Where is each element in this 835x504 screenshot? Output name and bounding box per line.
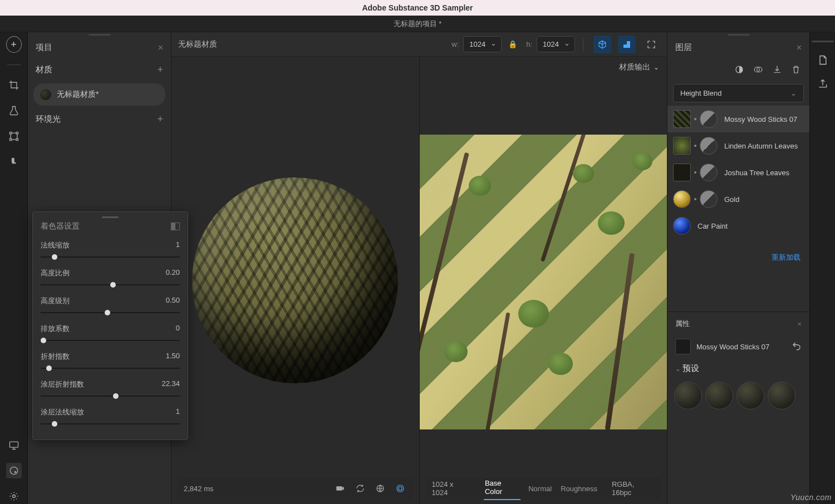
beaker-icon[interactable] (6, 103, 22, 118)
shader-param-value[interactable]: 1 (176, 240, 180, 250)
material-thumb-icon (40, 89, 51, 100)
shader-param-value[interactable]: 0.20 (166, 268, 180, 278)
close-icon[interactable]: × (158, 43, 163, 53)
texture-format: RGBA, 16bpc (612, 480, 655, 497)
refresh-icon[interactable] (353, 482, 367, 495)
contrast-icon[interactable] (734, 64, 745, 75)
display-icon[interactable] (6, 437, 22, 453)
layer-name: Gold (724, 195, 739, 204)
panel-grip[interactable] (667, 32, 809, 37)
texture-2d-preview (420, 135, 667, 429)
layer-blend-icon[interactable] (700, 190, 718, 208)
svg-point-6 (14, 471, 16, 473)
shader-param-row: 涂层法线缩放 1 (41, 404, 180, 427)
shader-param-slider[interactable] (41, 309, 180, 316)
shader-settings-icon[interactable] (6, 463, 22, 478)
layer-link-dot (694, 171, 696, 174)
trash-icon[interactable] (790, 64, 802, 75)
panel-layout-icon[interactable] (171, 223, 180, 230)
layer-row[interactable]: Car Paint (667, 213, 809, 239)
window-titlebar: Adobe Substance 3D Sampler (0, 0, 835, 16)
add-environment-button[interactable]: + (157, 113, 163, 125)
camera-icon[interactable] (333, 482, 347, 495)
layer-link-dot (694, 118, 696, 120)
view-3d-button[interactable] (593, 36, 611, 53)
viewport-2d-footer: 1024 x 1024 Base Color Normal Roughness … (425, 477, 662, 500)
preset-thumb[interactable] (736, 382, 764, 409)
shader-param-value[interactable]: 0 (176, 324, 180, 334)
material-item-label: 无标题材质* (57, 90, 99, 100)
close-icon[interactable]: × (797, 320, 802, 328)
layer-name: Mossy Wood Sticks 07 (724, 115, 797, 123)
share-icon[interactable] (816, 77, 829, 90)
presets-section[interactable]: 预设 (667, 358, 809, 379)
close-icon[interactable]: × (797, 43, 802, 53)
property-current-name: Mossy Wood Sticks 07 (696, 343, 769, 351)
svg-point-13 (399, 487, 402, 490)
shader-settings-panel: 着色器设置 法线缩放 1 高度比例 0.20 高度级别 0.50 排放系数 (32, 211, 188, 440)
width-select[interactable]: 1024 (463, 36, 502, 52)
shader-param-row: 高度级别 0.50 (41, 293, 180, 316)
layer-row[interactable]: Linden Autumn Leaves (667, 132, 809, 159)
layer-thumb-icon (673, 190, 691, 208)
shader-param-slider[interactable] (41, 421, 180, 427)
viewport-3d[interactable]: 2,842 ms (171, 57, 420, 504)
stamp-icon[interactable] (6, 154, 22, 170)
project-panel-title: 项目 (36, 42, 52, 53)
shader-param-slider[interactable] (41, 365, 180, 372)
undo-icon[interactable] (792, 341, 802, 353)
shader-param-value[interactable]: 22.34 (161, 379, 180, 389)
preset-thumb[interactable] (674, 382, 702, 409)
export-icon[interactable] (772, 64, 783, 75)
transform-icon[interactable] (6, 129, 22, 144)
layer-name: Car Paint (698, 222, 728, 230)
panel-grip[interactable] (41, 216, 180, 218)
shader-param-slider[interactable] (41, 254, 180, 260)
shader-param-slider[interactable] (41, 393, 180, 399)
globe-icon[interactable] (374, 482, 387, 495)
layer-blend-icon[interactable] (700, 110, 718, 128)
panel-grip[interactable] (28, 32, 171, 37)
tab-roughness[interactable]: Roughness (559, 482, 598, 495)
panel-grip[interactable] (812, 39, 834, 43)
layer-row[interactable]: Gold (667, 186, 809, 213)
layer-blend-icon[interactable] (700, 164, 718, 181)
fullscreen-button[interactable] (642, 36, 660, 53)
blend-mode-select[interactable]: Height Blend (673, 84, 804, 102)
shader-param-slider[interactable] (41, 281, 180, 288)
layer-row[interactable]: Joshua Tree Leaves (667, 159, 809, 186)
document-icon[interactable] (816, 53, 829, 67)
render-mode-icon[interactable] (394, 482, 407, 495)
material-item[interactable]: 无标题材质* (33, 83, 165, 106)
layer-row[interactable]: Mossy Wood Sticks 07 (667, 106, 809, 132)
height-label: h: (526, 40, 532, 48)
preset-thumb[interactable] (705, 382, 733, 409)
preset-thumb[interactable] (768, 382, 795, 409)
add-button[interactable]: + (6, 37, 22, 52)
layer-blend-icon[interactable] (700, 137, 718, 155)
link-lock-icon[interactable]: 🔒 (508, 40, 517, 48)
svg-rect-9 (623, 41, 627, 45)
render-time: 2,842 ms (184, 485, 213, 493)
shader-param-value[interactable]: 1 (176, 407, 180, 417)
shader-param-value[interactable]: 0.50 (166, 296, 180, 306)
environment-icon[interactable] (6, 488, 22, 504)
crop-icon[interactable] (6, 77, 22, 93)
material-output-dropdown[interactable]: 材质输出 (619, 62, 659, 72)
shader-param-slider[interactable] (41, 337, 180, 344)
viewport-2d[interactable]: 材质输出 1024 x 1024 Base (420, 57, 667, 504)
svg-point-12 (397, 485, 404, 492)
shader-param-value[interactable]: 1.50 (166, 352, 180, 362)
shader-param-label: 法线缩放 (41, 240, 70, 250)
shader-param-label: 排放系数 (41, 324, 70, 334)
view-2d-button[interactable] (618, 36, 636, 53)
height-select[interactable]: 1024 (537, 36, 575, 52)
mask-icon[interactable] (753, 64, 764, 75)
shader-panel-title: 着色器设置 (41, 221, 80, 231)
tab-normal[interactable]: Normal (527, 482, 553, 495)
layer-thumb-icon (673, 164, 691, 181)
reload-link[interactable]: 重新加载 (667, 239, 809, 267)
add-material-button[interactable]: + (157, 64, 163, 76)
svg-rect-4 (9, 442, 18, 447)
tab-base-color[interactable]: Base Color (484, 477, 520, 500)
